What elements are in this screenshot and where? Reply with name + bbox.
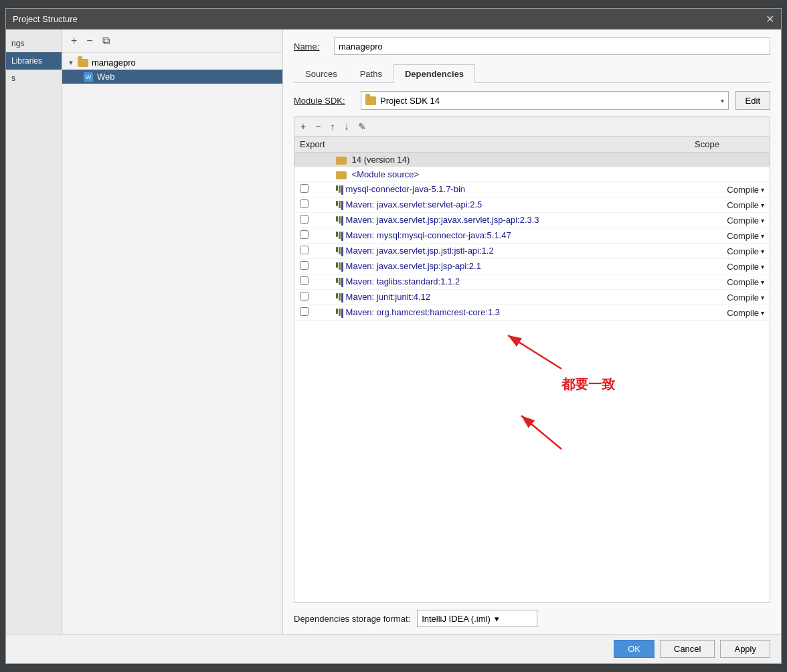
ok-button[interactable]: OK (614, 640, 654, 658)
scope-dropdown-arrow: ▾ (761, 232, 764, 240)
dep-checkbox[interactable] (300, 292, 309, 301)
scope-label: Compile (727, 262, 759, 272)
table-row[interactable]: Maven: org.hamcrest:hamcrest-core:1.3Com… (294, 305, 770, 321)
remove-module-button[interactable]: − (83, 33, 96, 48)
table-row[interactable]: mysql-connector-java-5.1.7-binCompile ▾ (294, 182, 770, 197)
dep-checkbox[interactable] (300, 199, 309, 208)
sdk-select[interactable]: Project SDK 14 ▾ (361, 91, 729, 110)
sdk-folder-icon (365, 96, 376, 105)
lib-icon (336, 201, 343, 210)
dep-scope[interactable]: Compile ▾ (695, 200, 764, 210)
scope-label: Compile (727, 277, 759, 287)
add-module-button[interactable]: + (68, 33, 80, 48)
tab-paths[interactable]: Paths (349, 64, 394, 83)
cancel-button[interactable]: Cancel (660, 640, 715, 658)
table-row[interactable]: 14 (version 14) (294, 153, 770, 167)
table-row[interactable]: Maven: taglibs:standard:1.1.2Compile ▾ (294, 274, 770, 290)
dep-item-name: mysql-connector-java-5.1.7-bin (346, 184, 465, 194)
tree-item-managepro[interactable]: ▼ managepro (62, 56, 282, 70)
dep-item-name: <Module source> (352, 169, 419, 179)
dep-down-button[interactable]: ↓ (341, 120, 352, 133)
col-export: Export (294, 137, 331, 153)
edit-sdk-button[interactable]: Edit (735, 91, 770, 110)
scope-label: Compile (727, 308, 759, 318)
dep-checkbox[interactable] (300, 184, 309, 193)
col-scope: Scope (689, 137, 770, 153)
table-row[interactable]: Maven: javax.servlet.jsp:jsp-api:2.1Comp… (294, 259, 770, 274)
name-row: Name: (294, 37, 770, 55)
dialog-title: Project Structure (13, 14, 78, 24)
dep-scope[interactable]: Compile ▾ (695, 216, 764, 226)
dep-item-name: Maven: javax.servlet.jsp:jsp-api:2.1 (346, 261, 481, 271)
sidebar: + − ⧉ ▼ managepro W Web (62, 29, 283, 634)
tree-item-label-web: Web (97, 72, 115, 82)
dep-checkbox[interactable] (300, 215, 309, 224)
nav-item-s[interactable]: s (6, 70, 62, 87)
title-bar: Project Structure ✕ (6, 9, 781, 29)
module-name-input[interactable] (334, 37, 770, 55)
module-tree: ▼ managepro W Web (62, 53, 282, 634)
nav-item-ngs[interactable]: ngs (6, 35, 62, 52)
lib-icon (336, 262, 343, 272)
apply-button[interactable]: Apply (720, 640, 770, 658)
dep-item-name: Maven: junit:junit:4.12 (346, 292, 430, 302)
scope-dropdown-arrow: ▾ (761, 201, 764, 209)
name-label: Name: (294, 41, 327, 52)
left-nav: ngs Libraries s (6, 29, 62, 634)
tree-item-label-managepro: managepro (92, 58, 136, 68)
dep-scope[interactable]: Compile ▾ (695, 246, 764, 256)
table-row[interactable]: Maven: javax.servlet.jsp:javax.servlet.j… (294, 213, 770, 228)
tree-item-web[interactable]: W Web (62, 70, 282, 84)
dep-item-name: Maven: javax.servlet.jsp.jstl:jstl-api:1… (346, 246, 494, 256)
lib-icon (336, 232, 343, 241)
dep-item-name: Maven: org.hamcrest:hamcrest-core:1.3 (346, 307, 500, 317)
dep-checkbox[interactable] (300, 276, 309, 285)
dep-remove-button[interactable]: − (312, 120, 324, 133)
scope-dropdown-arrow: ▾ (761, 248, 764, 255)
scope-label: Compile (727, 200, 759, 210)
sdk-select-inner: Project SDK 14 (365, 96, 440, 106)
scope-dropdown-arrow: ▾ (761, 278, 764, 286)
tab-dependencies[interactable]: Dependencies (394, 64, 475, 83)
dep-scope[interactable]: Compile ▾ (695, 231, 764, 241)
copy-module-button[interactable]: ⧉ (99, 33, 113, 48)
scope-label: Compile (727, 246, 759, 256)
dep-checkbox[interactable] (300, 246, 309, 254)
scope-label: Compile (727, 185, 759, 195)
table-row[interactable]: Maven: javax.servlet.jsp.jstl:jstl-api:1… (294, 244, 770, 259)
dep-item-name: Maven: javax.servlet.jsp:javax.servlet.j… (346, 215, 539, 225)
col-name (331, 137, 689, 153)
table-row[interactable]: Maven: mysql:mysql-connector-java:5.1.47… (294, 228, 770, 244)
lib-icon (336, 247, 343, 256)
dep-item-name: Maven: mysql:mysql-connector-java:5.1.47 (346, 230, 511, 240)
nav-item-libraries[interactable]: Libraries (6, 52, 62, 70)
tabs-bar: Sources Paths Dependencies (294, 64, 770, 83)
dep-scope[interactable]: Compile ▾ (695, 185, 764, 195)
close-button[interactable]: ✕ (766, 13, 774, 25)
tree-expand-arrow: ▼ (68, 59, 77, 66)
scope-label: Compile (727, 231, 759, 241)
table-row[interactable]: <Module source> (294, 167, 770, 182)
dep-scope[interactable]: Compile ▾ (695, 277, 764, 287)
dep-scope[interactable]: Compile ▾ (695, 292, 764, 303)
dep-checkbox[interactable] (300, 307, 309, 316)
folder-icon (336, 171, 349, 179)
dep-table-wrapper: Export Scope 14 (version 14)<Module sour… (294, 136, 770, 603)
scope-dropdown-arrow: ▾ (761, 186, 764, 193)
tab-sources[interactable]: Sources (294, 64, 349, 83)
lib-icon (336, 278, 343, 287)
scope-dropdown-arrow: ▾ (761, 217, 764, 224)
storage-select[interactable]: IntelliJ IDEA (.iml) ▾ (417, 610, 537, 627)
dep-checkbox[interactable] (300, 261, 309, 270)
dep-checkbox[interactable] (300, 230, 309, 239)
dep-scope[interactable]: Compile ▾ (695, 262, 764, 272)
table-row[interactable]: Maven: javax.servlet:servlet-api:2.5Comp… (294, 197, 770, 213)
dep-up-button[interactable]: ↑ (327, 120, 338, 133)
dep-item-name: 14 (version 14) (352, 155, 410, 165)
table-row[interactable]: Maven: junit:junit:4.12Compile ▾ (294, 290, 770, 305)
scope-dropdown-arrow: ▾ (761, 294, 764, 301)
dep-toolbar: + − ↑ ↓ ✎ (294, 116, 770, 136)
dep-add-button[interactable]: + (297, 120, 309, 133)
dep-scope[interactable]: Compile ▾ (695, 308, 764, 318)
dep-edit-button[interactable]: ✎ (355, 120, 369, 133)
